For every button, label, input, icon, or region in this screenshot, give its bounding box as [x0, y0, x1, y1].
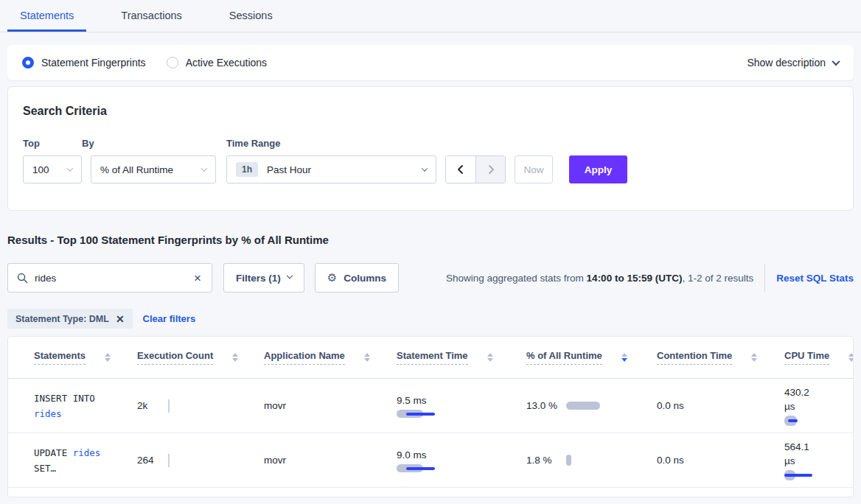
application-name-cell: movr: [264, 400, 397, 411]
top-label: Top: [23, 138, 82, 149]
show-description-toggle[interactable]: Show description: [747, 57, 839, 69]
contention-time-cell: 0.0 ns: [657, 455, 784, 466]
runtime-value: 13.0 %: [526, 399, 560, 413]
columns-label: Columns: [344, 273, 386, 284]
runtime-bar: [566, 455, 571, 466]
top-value: 100: [32, 164, 49, 175]
sort-down-icon: [621, 358, 627, 362]
search-icon: [17, 273, 28, 284]
by-select[interactable]: % of All Runtime: [91, 155, 216, 183]
tab-transactions[interactable]: Transactions: [108, 0, 194, 32]
execution-count-cell: 264: [137, 454, 264, 467]
time-range-badge: 1h: [236, 162, 258, 177]
tab-bar: Statements Transactions Sessions: [0, 0, 861, 32]
statement-time-value: 9.5 ms: [397, 393, 432, 407]
runtime-cell: 13.0 %: [526, 399, 657, 413]
clear-search-icon[interactable]: ×: [192, 272, 203, 284]
bar-blue-line: [406, 413, 435, 416]
sort-up-icon: [232, 353, 238, 357]
sort-up-icon: [364, 353, 370, 357]
reset-sql-stats-link[interactable]: Reset SQL Stats: [776, 273, 854, 284]
bar-blue-line: [788, 419, 798, 422]
contention-time-cell: 0.0 ns: [657, 400, 784, 411]
chevron-down-icon: [287, 273, 293, 279]
statement-cell: UPDATE rides SET…: [34, 445, 121, 476]
column-header-execution-count[interactable]: Execution Count: [137, 350, 264, 365]
radio-unselected-icon: [167, 57, 178, 69]
vertical-divider: [764, 264, 765, 292]
table-row[interactable]: INSERT INTO rides2kmovr9.5 ms13.0 %0.0 n…: [8, 379, 853, 433]
results-heading: Results - Top 100 Statement Fingerprints…: [7, 234, 861, 246]
filter-badge-label: Statement Type: DML: [15, 314, 109, 324]
column-header-label: Contention Time: [657, 350, 732, 365]
apply-button[interactable]: Apply: [569, 155, 627, 183]
chevron-left-icon: [455, 164, 467, 175]
top-field: Top 100: [23, 138, 82, 183]
column-header-statement-time[interactable]: Statement Time: [397, 350, 526, 365]
filters-button[interactable]: Filters (1): [223, 263, 304, 293]
tab-statements[interactable]: Statements: [7, 0, 86, 32]
sort-up-icon: [487, 353, 493, 357]
by-value: % of All Runtime: [100, 164, 173, 175]
statement-link[interactable]: rides: [73, 447, 101, 458]
execution-count-value: 2k: [137, 400, 158, 411]
cpu-time-value: 564.1 µs: [784, 440, 820, 468]
statement-time-bar-chart: [397, 464, 463, 472]
column-header-contention-time[interactable]: Contention Time: [657, 350, 784, 365]
sort-icon[interactable]: [621, 353, 627, 362]
columns-button[interactable]: ⚙ Columns: [315, 263, 399, 293]
cpu-time-bar-chart: [784, 470, 851, 480]
tab-sessions[interactable]: Sessions: [217, 0, 285, 32]
stats-group: Showing aggregated stats from 14:00 to 1…: [446, 264, 854, 292]
prev-time-button[interactable]: [446, 156, 475, 183]
sort-icon[interactable]: [848, 353, 854, 362]
time-range-field: Time Range 1h Past Hour: [226, 138, 436, 183]
table-header-row: StatementsExecution CountApplication Nam…: [8, 337, 853, 379]
statement-link[interactable]: rides: [34, 408, 62, 419]
sort-up-icon: [621, 353, 627, 357]
view-toggle-card: Statement Fingerprints Active Executions…: [7, 45, 854, 80]
radio-active-executions[interactable]: Active Executions: [167, 57, 268, 69]
bar-blue-line: [784, 474, 812, 477]
sort-icon[interactable]: [751, 353, 757, 362]
column-header-application-name[interactable]: Application Name: [264, 350, 397, 365]
stats-prefix: Showing aggregated stats from: [446, 273, 587, 284]
column-header-cpu-time[interactable]: CPU Time: [784, 350, 854, 365]
statement-time: 9.0 ms: [397, 448, 526, 472]
time-range-select[interactable]: 1h Past Hour: [226, 155, 436, 183]
search-input[interactable]: [35, 273, 192, 284]
column-header-label: Statements: [34, 350, 86, 365]
sort-icon[interactable]: [364, 353, 370, 362]
sort-down-icon: [487, 358, 493, 362]
time-nav-group: [445, 155, 506, 183]
radio-label: Active Executions: [186, 57, 268, 69]
radio-selected-icon: [22, 57, 34, 69]
execution-count-bar: [168, 454, 170, 467]
sort-icon[interactable]: [487, 353, 493, 362]
sort-icon[interactable]: [105, 353, 111, 362]
next-time-button[interactable]: [475, 156, 505, 183]
column-header-of-all-runtime[interactable]: % of All Runtime: [526, 350, 657, 365]
column-header-statements[interactable]: Statements: [34, 350, 137, 365]
clear-filters-link[interactable]: Clear filters: [143, 313, 196, 324]
sort-up-icon: [848, 353, 854, 357]
stats-time-range: 14:00 to 15:59 (UTC): [587, 273, 683, 284]
top-select[interactable]: 100: [23, 155, 82, 183]
chevron-down-icon: [422, 165, 428, 171]
radio-statement-fingerprints[interactable]: Statement Fingerprints: [22, 57, 146, 69]
column-header-label: Execution Count: [137, 350, 213, 365]
cpu-time: 564.1 µs: [784, 440, 854, 480]
table-row[interactable]: UPDATE rides SET…264movr9.0 ms1.8 %0.0 n…: [8, 433, 853, 488]
chevron-down-icon: [67, 165, 73, 171]
search-criteria-card: Search Criteria Top 100 By % of All Runt…: [7, 86, 854, 211]
stats-suffix: , 1-2 of 2 results: [682, 273, 753, 284]
sort-icon[interactable]: [232, 353, 238, 362]
now-button[interactable]: Now: [515, 155, 553, 183]
chevron-down-icon: [832, 57, 840, 66]
sort-down-icon: [105, 358, 111, 362]
statement-cell: INSERT INTO rides: [34, 391, 121, 421]
remove-filter-icon[interactable]: ✕: [116, 313, 125, 325]
chevron-down-icon: [201, 165, 207, 171]
time-range-value: Past Hour: [267, 164, 311, 175]
execution-count-cell: 2k: [137, 399, 264, 413]
